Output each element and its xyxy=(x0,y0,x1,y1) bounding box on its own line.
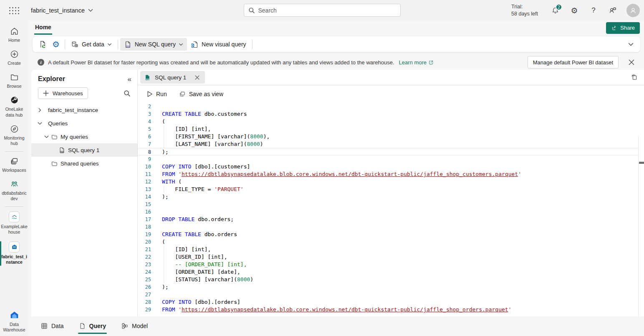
code-line[interactable]: 7 [LAST_NAME] [varchar](8000) xyxy=(138,140,638,148)
get-data-button[interactable]: Get data xyxy=(67,38,116,51)
workspace-people-icon xyxy=(10,179,19,189)
code-line[interactable]: 12WITH ( xyxy=(138,178,638,186)
copy-icon xyxy=(630,74,638,81)
info-icon: i xyxy=(38,59,44,66)
warehouse-settings-button[interactable]: ⚙ xyxy=(49,38,63,51)
tab-data[interactable]: Data xyxy=(40,321,65,331)
toolbar-expand-button[interactable] xyxy=(628,43,634,46)
code-line[interactable]: 29FROM 'https://dbtlabsynapsedatalake.bl… xyxy=(138,306,638,313)
manage-dataset-button[interactable]: Manage default Power BI dataset xyxy=(528,56,619,69)
explorer-title: Explorer xyxy=(38,75,65,83)
folder-icon xyxy=(50,160,59,167)
code-line[interactable]: 18 xyxy=(138,223,638,231)
play-icon xyxy=(147,91,153,97)
sidebar-item-workspaces[interactable]: Workspaces xyxy=(0,153,28,176)
save-as-view-button[interactable]: Save as view xyxy=(175,89,227,100)
code-line[interactable]: 10COPY INTO [dbo].[customers] xyxy=(138,163,638,171)
code-line[interactable]: 26); xyxy=(138,283,638,291)
home-icon xyxy=(10,26,19,36)
tab-home[interactable]: Home xyxy=(34,21,52,35)
account-avatar[interactable] xyxy=(626,4,640,17)
new-sql-query-button[interactable]: SQL New SQL query xyxy=(120,38,187,51)
code-line[interactable]: 23 -- [ORDER_DATE] [int], xyxy=(138,261,638,268)
code-lines: 23CREATE TABLE dbo.customers4(5 [ID] [in… xyxy=(138,103,638,313)
code-line[interactable]: 20( xyxy=(138,238,638,246)
code-line[interactable]: 14); xyxy=(138,193,638,201)
code-editor[interactable]: 23CREATE TABLE dbo.customers4(5 [ID] [in… xyxy=(138,103,644,316)
code-line[interactable]: 21 [ID] [int], xyxy=(138,246,638,253)
workspace-switcher[interactable]: fabric_test_instance xyxy=(28,5,96,15)
sidebar-item-fabric-test-instance[interactable]: fabric_test_instance xyxy=(0,239,28,268)
explorer-search-button[interactable] xyxy=(122,88,132,99)
code-line[interactable]: 5 [ID] [int], xyxy=(138,125,638,133)
code-line[interactable]: 28COPY INTO [dbo].[orders] xyxy=(138,298,638,306)
notification-badge: 2 xyxy=(556,4,562,10)
database-icon xyxy=(71,41,79,48)
code-line[interactable]: 16 xyxy=(138,208,638,216)
folder-icon xyxy=(50,133,59,140)
lakehouse-icon xyxy=(9,211,20,222)
tab-query[interactable]: Query xyxy=(78,321,107,331)
banner-close-button[interactable] xyxy=(627,58,636,66)
query-editor: SQL SQL query 1 xyxy=(138,70,644,316)
toolbar-row: ⚙ Get data xyxy=(28,35,644,55)
sql-file-icon: SQL xyxy=(144,74,151,81)
feedback-button[interactable] xyxy=(605,3,621,18)
search-icon xyxy=(248,7,255,14)
sidebar-item-examplelakehouse[interactable]: ExampleLakehouse xyxy=(0,209,28,238)
sql-file-icon: SQL xyxy=(57,147,66,154)
sidebar-item-dbtlabsfabricdev[interactable]: dbtlabsfabricdev xyxy=(0,176,28,205)
share-button[interactable]: Share xyxy=(606,22,640,34)
notifications-button[interactable]: 2 xyxy=(547,3,563,18)
run-button[interactable]: Run xyxy=(143,89,171,99)
learn-more-link[interactable]: Learn more xyxy=(399,59,434,66)
sidebar-item-home[interactable]: Home xyxy=(0,23,28,46)
code-line[interactable]: 2 xyxy=(138,103,638,110)
help-button[interactable]: ? xyxy=(586,3,601,18)
sidebar-item-onelake-data-hub[interactable]: OneLake data hub xyxy=(0,92,28,121)
tree-item-queries[interactable]: Queries xyxy=(31,117,137,130)
copy-button[interactable] xyxy=(630,74,638,81)
collapse-explorer-button[interactable]: « xyxy=(128,76,131,83)
code-line[interactable]: 19CREATE TABLE dbo.orders xyxy=(138,231,638,238)
share-icon xyxy=(611,25,617,31)
sidebar-item-browse[interactable]: Browse xyxy=(0,69,28,92)
code-line[interactable]: 22 [USER_ID] [int], xyxy=(138,253,638,261)
tree-item-shared-queries[interactable]: Shared queries xyxy=(31,157,137,170)
tree-item-sql-query-1[interactable]: SQL SQL query 1 xyxy=(31,143,137,157)
explorer-tree: fabric_test_instance Queries xyxy=(31,103,137,170)
help-icon: ? xyxy=(591,6,595,15)
app-launcher-button[interactable] xyxy=(0,0,28,21)
editor-overview-ruler[interactable] xyxy=(638,136,644,316)
sidebar-item-monitoring-hub[interactable]: Monitoring hub xyxy=(0,121,28,150)
tab-model[interactable]: Model xyxy=(120,321,149,331)
code-line[interactable]: 15 xyxy=(138,201,638,208)
query-tab[interactable]: SQL SQL query 1 xyxy=(140,71,205,84)
warehouses-button[interactable]: Warehouses xyxy=(38,87,88,99)
new-visual-query-button[interactable]: New visual query xyxy=(187,38,250,51)
top-bar: fabric_test_instance Search Trial: 58 da… xyxy=(0,0,644,21)
refresh-button[interactable] xyxy=(36,38,49,51)
close-icon xyxy=(629,59,634,65)
search-input[interactable]: Search xyxy=(244,4,401,17)
scrollbar-cursor-marker xyxy=(639,162,644,164)
code-line[interactable]: 9 xyxy=(138,155,638,163)
code-line[interactable]: 13 FILE_TYPE = 'PARQUET' xyxy=(138,186,638,193)
tree-item-my-queries[interactable]: My queries xyxy=(31,130,137,143)
code-line[interactable]: 6 [FIRST_NAME] [varchar](8000), xyxy=(138,133,638,140)
code-line[interactable]: 4( xyxy=(138,118,638,125)
folder-icon xyxy=(10,72,19,82)
code-line[interactable]: 11FROM 'https://dbtlabsynapsedatalake.bl… xyxy=(138,171,638,178)
tab-close-button[interactable] xyxy=(193,74,201,81)
code-line[interactable]: 8); xyxy=(138,148,638,155)
sidebar-item-data-warehouse[interactable]: Data Warehouse xyxy=(0,307,28,336)
code-line[interactable]: 24 [ORDER_DATE] [date], xyxy=(138,268,638,276)
trial-status: Trial: 58 days left xyxy=(511,3,538,18)
settings-button[interactable]: ⚙ xyxy=(566,3,582,18)
code-line[interactable]: 25 [STATUS] [varchar](8000) xyxy=(138,276,638,283)
sidebar-item-create[interactable]: Create xyxy=(0,46,28,69)
tree-item-warehouse[interactable]: fabric_test_instance xyxy=(31,103,137,117)
code-line[interactable]: 3CREATE TABLE dbo.customers xyxy=(138,110,638,118)
code-line[interactable]: 27 xyxy=(138,291,638,298)
code-line[interactable]: 17DROP TABLE dbo.orders; xyxy=(138,216,638,223)
